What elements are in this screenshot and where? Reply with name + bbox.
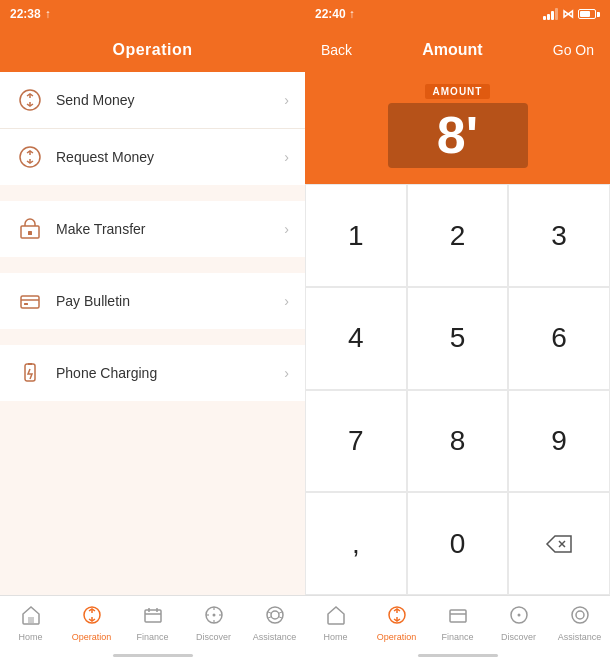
tab-right-home[interactable]: Home [305,605,366,642]
left-signal-arrow: ↑ [45,7,51,21]
menu-item-make-transfer[interactable]: Make Transfer › [0,201,305,257]
menu-section-4: Phone Charging › [0,345,305,401]
numpad: 1 2 3 4 5 6 7 8 9 , 0 [305,184,610,595]
svg-rect-38 [450,610,466,622]
tab-right-discover[interactable]: Discover [488,605,549,642]
back-button[interactable]: Back [313,38,360,62]
menu-section-2: Make Transfer › [0,201,305,257]
numpad-key-2[interactable]: 2 [407,184,509,287]
numpad-key-8[interactable]: 8 [407,390,509,493]
svg-point-27 [267,607,283,623]
svg-rect-7 [28,231,32,235]
tab-left-discover-label: Discover [196,632,231,642]
tab-left-discover[interactable]: Discover [183,605,244,642]
svg-rect-13 [28,617,34,623]
finance-icon [143,605,163,630]
assistance-icon [265,605,285,630]
battery-icon [578,9,600,19]
operation-icon [82,605,102,630]
left-home-indicator [0,651,305,659]
right-discover-icon [509,605,529,630]
left-nav-bar: Operation [0,28,305,72]
tab-right-finance-label: Finance [441,632,473,642]
tab-left-operation-label: Operation [72,632,112,642]
tab-right-assistance-label: Assistance [558,632,602,642]
tab-left-assistance[interactable]: Assistance [244,605,305,642]
request-money-chevron: › [284,149,289,165]
svg-point-3 [20,147,40,167]
amount-display: AMOUNT 8' [305,72,610,184]
menu-item-phone-charging[interactable]: Phone Charging › [0,345,305,401]
numpad-key-1[interactable]: 1 [305,184,407,287]
svg-point-41 [517,614,520,617]
tab-right-discover-label: Discover [501,632,536,642]
left-panel: 22:38 ↑ Operation Send Money › [0,0,305,659]
tab-right-operation-label: Operation [377,632,417,642]
right-home-icon [326,605,346,630]
left-nav-title: Operation [112,41,192,59]
tab-right-operation[interactable]: Operation [366,605,427,642]
menu-item-pay-bulletin[interactable]: Pay Bulletin › [0,273,305,329]
request-money-icon [16,143,44,171]
right-time: 22:40 [315,7,346,21]
make-transfer-chevron: › [284,221,289,237]
svg-point-22 [212,614,215,617]
amount-label: AMOUNT [425,84,491,99]
make-transfer-icon [16,215,44,243]
pay-bulletin-label: Pay Bulletin [56,293,284,309]
svg-rect-8 [21,296,39,308]
go-on-button[interactable]: Go On [545,38,602,62]
left-status-bar: 22:38 ↑ [0,0,305,28]
left-tab-bar: Home Operation [0,595,305,651]
right-tab-bar: Home Operation Finance [305,595,610,651]
make-transfer-label: Make Transfer [56,221,284,237]
right-arrow: ↑ [349,7,355,21]
tab-left-finance-label: Finance [136,632,168,642]
menu-list: Send Money › Request Money › [0,72,305,595]
wifi-icon: ⋈ [562,7,574,21]
right-status-right: ⋈ [543,7,600,21]
home-icon [21,605,41,630]
phone-charging-icon [16,359,44,387]
tab-left-finance[interactable]: Finance [122,605,183,642]
numpad-key-comma[interactable]: , [305,492,407,595]
menu-item-send-money[interactable]: Send Money › [0,72,305,129]
right-status-bar: 22:40 ↑ ⋈ [305,0,610,28]
right-nav-bar: Back Amount Go On [305,28,610,72]
tab-left-operation[interactable]: Operation [61,605,122,642]
right-finance-icon [448,605,468,630]
pay-bulletin-icon [16,287,44,315]
left-time: 22:38 [10,7,41,21]
numpad-key-7[interactable]: 7 [305,390,407,493]
numpad-key-backspace[interactable] [508,492,610,595]
right-nav-title: Amount [422,41,482,59]
numpad-key-0[interactable]: 0 [407,492,509,595]
right-home-indicator [305,651,610,659]
send-money-label: Send Money [56,92,284,108]
send-money-chevron: › [284,92,289,108]
right-assistance-icon [570,605,590,630]
phone-charging-label: Phone Charging [56,365,284,381]
numpad-key-3[interactable]: 3 [508,184,610,287]
numpad-key-6[interactable]: 6 [508,287,610,390]
tab-left-home[interactable]: Home [0,605,61,642]
send-money-icon [16,86,44,114]
tab-right-assistance[interactable]: Assistance [549,605,610,642]
right-status-left: 22:40 ↑ [315,7,355,21]
svg-point-28 [271,611,279,619]
numpad-key-4[interactable]: 4 [305,287,407,390]
numpad-key-9[interactable]: 9 [508,390,610,493]
tab-right-finance[interactable]: Finance [427,605,488,642]
tab-left-assistance-label: Assistance [253,632,297,642]
amount-value: 8' [388,103,528,168]
numpad-key-5[interactable]: 5 [407,287,509,390]
right-panel: 22:40 ↑ ⋈ Back Amount Go On AMOUNT 8' 1 … [305,0,610,659]
menu-section-1: Send Money › Request Money › [0,72,305,185]
svg-rect-10 [24,303,28,305]
svg-point-43 [576,611,584,619]
phone-charging-chevron: › [284,365,289,381]
tab-right-home-label: Home [323,632,347,642]
discover-icon [204,605,224,630]
signal-bars-icon [543,8,558,20]
menu-item-request-money[interactable]: Request Money › [0,129,305,185]
